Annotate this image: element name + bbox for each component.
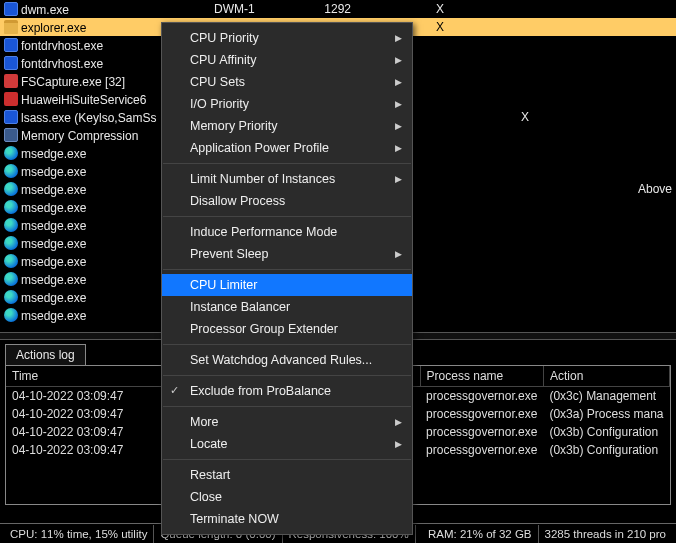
process-col-c (475, 18, 575, 36)
log-cell-proc: processgovernor.exe (420, 423, 543, 441)
process-col-d (575, 144, 676, 162)
menu-item-label: Instance Balancer (190, 300, 290, 314)
process-col-c (475, 252, 575, 270)
process-col-d (575, 162, 676, 180)
menu-item-label: CPU Sets (190, 75, 245, 89)
status-ram: RAM: 21% of 32 GB (422, 525, 539, 543)
process-col-b (405, 36, 475, 54)
process-col-c (475, 162, 575, 180)
menu-item-disallow-process[interactable]: Disallow Process (162, 190, 412, 212)
process-col-c (475, 306, 575, 324)
process-col-b (405, 216, 475, 234)
process-col-d (575, 0, 676, 18)
process-row[interactable]: dwm.exeDWM-11292X (0, 0, 676, 18)
process-col-d (575, 288, 676, 306)
process-name: fontdrvhost.exe (21, 38, 103, 52)
log-cell-act: (0x3b) Configuration (543, 441, 669, 459)
menu-separator (163, 406, 411, 407)
menu-separator (163, 375, 411, 376)
process-name: msedge.exe (21, 200, 86, 214)
menu-item-locate[interactable]: Locate▶ (162, 433, 412, 455)
menu-item-prevent-sleep[interactable]: Prevent Sleep▶ (162, 243, 412, 265)
menu-item-label: Close (190, 490, 222, 504)
edge-icon (4, 290, 18, 304)
menu-item-terminate-now[interactable]: Terminate NOW (162, 508, 412, 530)
process-col-b (405, 144, 475, 162)
edge-icon (4, 236, 18, 250)
menu-item-restart[interactable]: Restart (162, 464, 412, 486)
process-name: Memory Compression (21, 128, 138, 142)
process-user: DWM-1 (210, 0, 315, 18)
menu-item-more[interactable]: More▶ (162, 411, 412, 433)
process-col-c (475, 54, 575, 72)
process-col-a (355, 0, 405, 18)
process-name: dwm.exe (21, 2, 69, 16)
app-icon (4, 56, 18, 70)
log-cell-act: (0x3c) Management (543, 387, 669, 406)
edge-icon (4, 200, 18, 214)
folder-icon (4, 20, 18, 34)
process-col-b (405, 270, 475, 288)
menu-item-cpu-sets[interactable]: CPU Sets▶ (162, 71, 412, 93)
menu-item-processor-group-extender[interactable]: Processor Group Extender (162, 318, 412, 340)
process-name: explorer.exe (21, 20, 86, 34)
menu-item-cpu-priority[interactable]: CPU Priority▶ (162, 27, 412, 49)
process-col-d (575, 234, 676, 252)
process-col-b (405, 198, 475, 216)
menu-item-i-o-priority[interactable]: I/O Priority▶ (162, 93, 412, 115)
menu-item-label: CPU Limiter (190, 278, 257, 292)
process-col-b (405, 90, 475, 108)
menu-item-exclude-from-probalance[interactable]: ✓Exclude from ProBalance (162, 380, 412, 402)
hw-icon (4, 92, 18, 106)
menu-item-memory-priority[interactable]: Memory Priority▶ (162, 115, 412, 137)
fsc-icon (4, 74, 18, 88)
edge-icon (4, 182, 18, 196)
process-col-d (575, 270, 676, 288)
menu-separator (163, 163, 411, 164)
process-col-c (475, 144, 575, 162)
menu-item-close[interactable]: Close (162, 486, 412, 508)
menu-item-set-watchdog-advanced-rules[interactable]: Set Watchdog Advanced Rules... (162, 349, 412, 371)
menu-item-instance-balancer[interactable]: Instance Balancer (162, 296, 412, 318)
process-name: msedge.exe (21, 254, 86, 268)
menu-item-label: Memory Priority (190, 119, 278, 133)
process-col-b: X (405, 0, 475, 18)
submenu-arrow-icon: ▶ (395, 99, 402, 109)
process-col-c (475, 126, 575, 144)
menu-item-cpu-affinity[interactable]: CPU Affinity▶ (162, 49, 412, 71)
process-col-c (475, 36, 575, 54)
log-header-action[interactable]: Action (543, 366, 669, 387)
menu-item-label: Prevent Sleep (190, 247, 269, 261)
edge-icon (4, 164, 18, 178)
process-col-b (405, 72, 475, 90)
process-col-d (575, 18, 676, 36)
process-col-b (405, 288, 475, 306)
process-name: msedge.exe (21, 272, 86, 286)
menu-item-cpu-limiter[interactable]: CPU Limiter (162, 274, 412, 296)
log-header-process[interactable]: Process name (420, 366, 543, 387)
process-col-c (475, 90, 575, 108)
menu-item-label: Set Watchdog Advanced Rules... (190, 353, 372, 367)
status-threads: 3285 threads in 210 pro (539, 525, 672, 543)
process-col-c (475, 72, 575, 90)
process-col-b (405, 108, 475, 126)
process-col-c (475, 288, 575, 306)
submenu-arrow-icon: ▶ (395, 417, 402, 427)
process-col-d (575, 36, 676, 54)
status-cpu: CPU: 11% time, 15% utility (4, 525, 154, 543)
process-col-d (575, 252, 676, 270)
process-name: msedge.exe (21, 308, 86, 322)
process-col-b: X (405, 18, 475, 36)
menu-item-label: Limit Number of Instances (190, 172, 335, 186)
menu-item-limit-number-of-instances[interactable]: Limit Number of Instances▶ (162, 168, 412, 190)
submenu-arrow-icon: ▶ (395, 249, 402, 259)
log-cell-proc: processgovernor.exe (420, 441, 543, 459)
submenu-arrow-icon: ▶ (395, 174, 402, 184)
edge-icon (4, 308, 18, 322)
menu-item-application-power-profile[interactable]: Application Power Profile▶ (162, 137, 412, 159)
menu-item-induce-performance-mode[interactable]: Induce Performance Mode (162, 221, 412, 243)
process-col-c (475, 270, 575, 288)
process-pid: 1292 (315, 0, 355, 18)
process-name: fontdrvhost.exe (21, 56, 103, 70)
tab-actions-log[interactable]: Actions log (5, 344, 86, 365)
